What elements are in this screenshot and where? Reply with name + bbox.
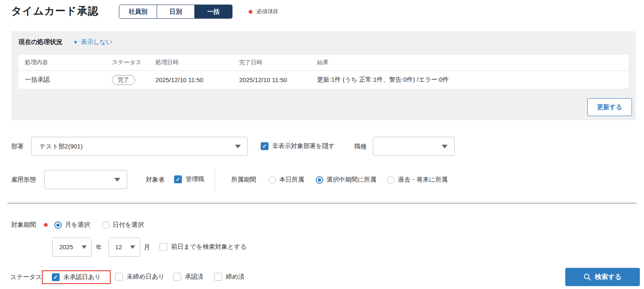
tab-by-employee[interactable]: 社員別 — [119, 5, 157, 18]
manager-checkbox-label[interactable]: 管理職 — [186, 175, 204, 183]
approved-label[interactable]: 承認済 — [185, 273, 203, 281]
radio-label[interactable]: 本日所属 — [279, 176, 304, 184]
tab-bulk[interactable]: 一括 — [194, 5, 232, 18]
col-header-processed-at: 処理日時 — [149, 59, 232, 66]
radio-past-future-affiliation[interactable]: 過去・将来に所属 — [387, 176, 448, 184]
required-dot-icon — [44, 223, 48, 227]
hide-toggle-label[interactable]: 表示しない — [81, 38, 112, 46]
department-label: 部署 — [11, 137, 24, 156]
radio-selected-period-affiliation[interactable]: 選択中期間に所属 — [316, 176, 376, 184]
check-icon: ✓ — [53, 274, 58, 280]
target-label: 対象者 — [146, 170, 165, 189]
cell-process: 一括承認 — [18, 76, 105, 84]
tab-by-day[interactable]: 日別 — [157, 5, 194, 18]
page-title: タイムカード承認 — [11, 4, 99, 18]
vertical-divider — [215, 168, 215, 191]
col-header-process: 処理内容 — [18, 59, 105, 66]
radio-icon[interactable] — [269, 176, 276, 184]
radio-icon[interactable] — [387, 176, 395, 184]
radio-select-date[interactable]: 日付を選択 — [102, 221, 144, 229]
checkbox-unchecked-icon[interactable] — [115, 273, 123, 281]
required-legend-text: :必須項目 — [255, 8, 278, 15]
status-filter-row: ステータス ✓ 未承認日あり 未締め日あり 承認済 締め済 — [0, 270, 644, 284]
panel-title: 現在の処理状況 — [19, 38, 62, 46]
processing-table-header-row: 処理内容 ステータス 処理日時 完了日時 結果 — [18, 55, 629, 71]
required-dot-icon — [249, 10, 252, 14]
employment-type-label: 雇用形態 — [11, 170, 36, 189]
checkbox-checked-icon[interactable]: ✓ — [52, 273, 60, 281]
job-type-select[interactable] — [373, 137, 455, 156]
unapproved-days-checkbox-highlighted[interactable]: ✓ 未承認日あり — [42, 270, 111, 284]
status-badge: 完了 — [112, 75, 135, 85]
check-icon: ✓ — [176, 177, 180, 182]
month-unit-label: 月 — [144, 238, 150, 257]
target-period-row: 対象期間 月を選択 日付を選択 — [0, 219, 644, 231]
radio-label[interactable]: 選択中期間に所属 — [327, 176, 376, 184]
month-select-value: 12 — [115, 238, 122, 256]
department-select[interactable]: テスト部2(901) — [31, 137, 248, 156]
prev-day-checkbox-label[interactable]: 前日までを検索対象とする — [171, 243, 247, 251]
table-row: 一括承認 完了 2025/12/10 11:50 2025/12/10 11:5… — [18, 71, 629, 89]
hide-departments-checkbox[interactable]: ✓ 非表示対象部署を隠す — [261, 142, 335, 150]
col-header-result: 結果 — [310, 59, 629, 66]
approved-checkbox[interactable]: 承認済 — [173, 273, 203, 281]
hide-toggle-link[interactable]: ▼ 表示しない — [73, 38, 112, 46]
radio-dot — [56, 223, 60, 227]
year-unit-label: 年 — [96, 238, 102, 257]
cell-processed-at: 2025/12/10 11:50 — [149, 76, 232, 83]
closed-label[interactable]: 締め済 — [226, 273, 245, 281]
unclosed-days-checkbox[interactable]: 未締め日あり — [115, 273, 165, 281]
search-icon — [583, 273, 591, 281]
checkbox-checked-icon[interactable]: ✓ — [174, 175, 182, 183]
processing-table: 処理内容 ステータス 処理日時 完了日時 結果 一括承認 完了 2025/12/… — [18, 55, 629, 89]
checkbox-unchecked-icon[interactable] — [173, 273, 181, 281]
closed-checkbox[interactable]: 締め済 — [214, 273, 245, 281]
unapproved-days-label[interactable]: 未承認日あり — [63, 273, 101, 281]
refresh-button[interactable]: 更新する — [587, 98, 632, 116]
employment-filter-row: 雇用形態 対象者 ✓ 管理職 所属期間 本日所属 選択中期間に所属 過去・将来に… — [0, 170, 644, 189]
search-button-label[interactable]: 検索する — [595, 273, 622, 282]
manager-checkbox[interactable]: ✓ 管理職 — [174, 175, 204, 183]
search-button[interactable]: 検索する — [565, 268, 640, 286]
dropdown-arrow-icon — [442, 145, 448, 148]
target-period-label: 対象期間 — [11, 219, 36, 231]
radio-label[interactable]: 過去・将来に所属 — [398, 176, 448, 184]
cell-status: 完了 — [105, 75, 149, 85]
dropdown-arrow-icon — [82, 245, 87, 249]
checkbox-checked-icon[interactable]: ✓ — [261, 142, 269, 150]
cell-result: 更新:1件 (うち 正常:1件、警告:0件) /エラー:0件 — [310, 76, 629, 84]
year-month-row: 2025 年 12 月 前日までを検索対象とする — [0, 238, 644, 257]
triangle-down-icon: ▼ — [73, 39, 78, 45]
radio-selected-icon[interactable] — [54, 221, 62, 229]
checkbox-unchecked-icon[interactable] — [214, 273, 222, 281]
year-select-value: 2025 — [59, 238, 73, 256]
radio-label[interactable]: 月を選択 — [65, 221, 90, 229]
required-legend: :必須項目 — [249, 8, 278, 15]
year-select[interactable]: 2025 — [52, 238, 92, 257]
dropdown-arrow-icon — [130, 245, 135, 249]
radio-select-month[interactable]: 月を選択 — [54, 221, 90, 229]
department-filter-row: 部署 テスト部2(901) ✓ 非表示対象部署を隠す 職種 — [0, 137, 644, 156]
check-icon: ✓ — [262, 143, 267, 149]
hide-departments-label[interactable]: 非表示対象部署を隠す — [272, 142, 335, 150]
department-select-value: テスト部2(901) — [39, 137, 82, 155]
job-type-label: 職種 — [354, 137, 367, 156]
affiliation-period-label: 所属期間 — [231, 170, 256, 189]
radio-today-affiliation[interactable]: 本日所属 — [269, 176, 304, 184]
radio-icon[interactable] — [102, 221, 109, 229]
cell-completed-at: 2025/12/10 11:50 — [232, 76, 310, 83]
employment-type-select[interactable] — [44, 170, 127, 189]
unclosed-days-label[interactable]: 未締め日あり — [127, 273, 165, 281]
radio-label[interactable]: 日付を選択 — [113, 221, 144, 229]
dropdown-arrow-icon — [235, 145, 241, 148]
radio-dot — [318, 178, 321, 182]
month-select[interactable]: 12 — [109, 238, 140, 257]
col-header-status: ステータス — [105, 59, 149, 66]
col-header-completed-at: 完了日時 — [232, 59, 310, 66]
checkbox-unchecked-icon[interactable] — [160, 243, 167, 251]
section-divider — [7, 203, 637, 204]
view-tab-group: 社員別 日別 一括 — [119, 5, 232, 19]
dropdown-arrow-icon — [114, 178, 120, 182]
radio-selected-icon[interactable] — [316, 176, 323, 184]
prev-day-checkbox[interactable]: 前日までを検索対象とする — [160, 243, 247, 251]
